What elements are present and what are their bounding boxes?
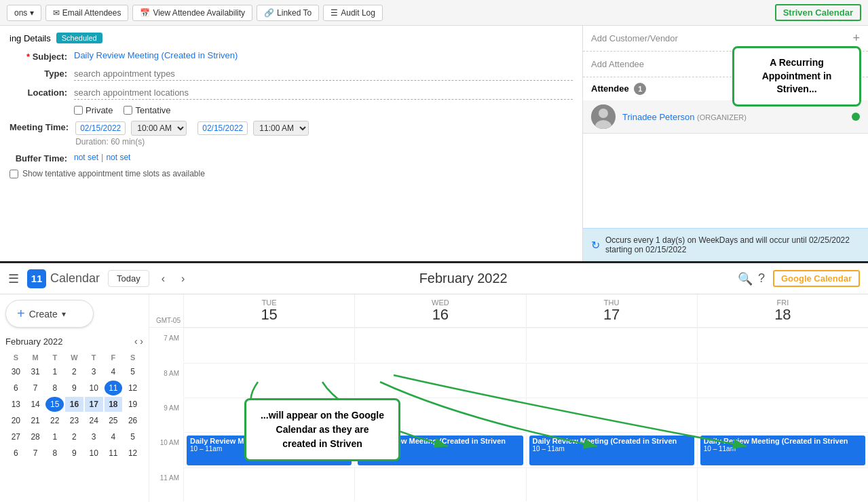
buffer-start-link[interactable]: not set xyxy=(74,153,98,162)
mini-cal-day[interactable]: 23 xyxy=(65,413,83,428)
callout-recurring: A Recurring Appointment in Striven... xyxy=(732,46,861,107)
start-time-select[interactable]: 10:00 AM xyxy=(131,121,187,136)
fri-9am xyxy=(697,398,868,431)
end-date[interactable]: 02/15/2022 xyxy=(197,121,248,135)
gcal-search-button[interactable]: 🔍 xyxy=(738,271,753,286)
mini-cal-prev[interactable]: ‹ xyxy=(134,336,138,347)
location-input-wrap[interactable] xyxy=(74,86,573,100)
audit-log-button[interactable]: ☰ Audit Log xyxy=(323,5,383,21)
mini-cal-day[interactable]: 18 xyxy=(105,397,123,412)
mini-cal-day[interactable]: 12 xyxy=(124,381,142,395)
mini-cal-day[interactable]: 27 xyxy=(7,429,25,444)
email-attendees-button[interactable]: ✉ Email Attendees xyxy=(45,5,129,21)
list-icon: ☰ xyxy=(331,8,338,18)
mini-cal-day[interactable]: 7 xyxy=(26,381,45,395)
mini-cal-day[interactable]: 25 xyxy=(105,413,123,428)
mini-cal-day[interactable]: 19 xyxy=(124,397,142,412)
tentative-checkbox-item[interactable]: Tentative xyxy=(124,105,170,115)
gcal-logo: 11 Calendar xyxy=(27,269,100,288)
mini-cal-day[interactable]: 4 xyxy=(105,429,123,444)
mini-cal-next[interactable]: › xyxy=(140,336,143,347)
mini-cal-day[interactable]: 21 xyxy=(26,413,45,428)
mini-cal-day[interactable]: 14 xyxy=(26,397,45,412)
gcal-prev-button[interactable]: ‹ xyxy=(157,270,169,288)
top-toolbar: ons ▾ ✉ Email Attendees 📅 View Attendee … xyxy=(0,0,868,26)
mini-cal-day[interactable]: 4 xyxy=(105,364,123,379)
mini-cal-day[interactable]: 5 xyxy=(124,364,142,379)
tentative-slots-checkbox[interactable] xyxy=(10,170,18,178)
mini-cal-grid: S M T W T F S 30311234567891011121314151… xyxy=(5,351,143,462)
mini-cal-day[interactable]: 13 xyxy=(7,397,25,412)
calendar-check-icon: 📅 xyxy=(140,8,150,18)
mini-cal-day[interactable]: 2 xyxy=(65,364,83,379)
mini-cal-title: February 2022 xyxy=(5,336,63,347)
location-input[interactable] xyxy=(74,86,573,100)
mini-cal-day[interactable]: 22 xyxy=(45,413,64,428)
actions-button[interactable]: ons ▾ xyxy=(7,5,41,21)
status-badge: Scheduled xyxy=(56,33,102,43)
gmt-label: GMT-05 xyxy=(149,294,183,327)
linked-to-button[interactable]: 🔗 Linked To xyxy=(257,5,319,21)
mini-cal-day[interactable]: 28 xyxy=(26,429,45,444)
type-input-wrap[interactable] xyxy=(74,67,573,81)
mini-cal-day[interactable]: 9 xyxy=(65,446,83,461)
tentative-checkbox[interactable] xyxy=(124,106,132,115)
mini-cal-day[interactable]: 2 xyxy=(65,429,83,444)
private-label: Private xyxy=(86,105,113,115)
mini-cal-day[interactable]: 15 xyxy=(45,397,64,412)
plus-icon: + xyxy=(17,306,25,322)
meeting-time-values: 02/15/2022 10:00 AM 02/15/2022 11:00 AM … xyxy=(75,121,573,147)
fri-event[interactable]: Daily Review Meeting (Created in Striven… xyxy=(700,436,865,465)
fri-10am[interactable]: Daily Review Meeting (Created in Striven… xyxy=(697,432,868,466)
mini-cal-day[interactable]: 11 xyxy=(105,446,123,461)
mini-cal-day[interactable]: 11 xyxy=(105,381,123,395)
buffer-end-link[interactable]: not set xyxy=(106,153,130,162)
attendee-name: Trinadee Peterson (ORGANIZER) xyxy=(622,112,747,122)
mini-cal-day[interactable]: 31 xyxy=(26,364,45,379)
private-checkbox[interactable] xyxy=(74,106,83,115)
mini-cal-day[interactable]: 10 xyxy=(85,446,103,461)
add-customer-icon[interactable]: + xyxy=(852,31,860,45)
subject-value: Daily Review Meeting (Created in Striven… xyxy=(74,50,573,60)
thu-10am[interactable]: Daily Review Meeting (Created in Striven… xyxy=(526,432,697,466)
gcal-today-button[interactable]: Today xyxy=(108,270,149,287)
meeting-time-label: Meeting Time: xyxy=(10,121,75,132)
mini-cal-day[interactable]: 16 xyxy=(65,397,83,412)
subject-row: * Subject: Daily Review Meeting (Created… xyxy=(10,50,573,62)
gcal-create-button[interactable]: + Create ▾ xyxy=(5,300,94,328)
private-checkbox-item[interactable]: Private xyxy=(74,105,113,115)
gcal-logo-box: 11 xyxy=(27,269,46,288)
meeting-details-panel: ing Details Scheduled * Subject: Daily R… xyxy=(0,26,583,261)
mini-cal-day[interactable]: 20 xyxy=(7,413,25,428)
mini-cal-day[interactable]: 6 xyxy=(7,446,25,461)
gcal-menu-button[interactable]: ☰ xyxy=(8,271,19,286)
gcal-next-button[interactable]: › xyxy=(177,270,189,288)
mini-cal-day[interactable]: 3 xyxy=(85,429,103,444)
gcal-col-headers: GMT-05 TUE 15 WED 16 THU 17 FRI 18 xyxy=(149,294,868,328)
attendee-status-dot xyxy=(852,113,860,121)
mini-cal-day[interactable]: 6 xyxy=(7,381,25,395)
mini-cal-day[interactable]: 24 xyxy=(85,413,103,428)
mini-cal-day[interactable]: 3 xyxy=(85,364,103,379)
gcal-col-wed: WED 16 xyxy=(354,294,525,327)
end-time-select[interactable]: 11:00 AM xyxy=(253,121,309,136)
mini-cal-day[interactable]: 1 xyxy=(45,429,64,444)
mini-cal-day[interactable]: 12 xyxy=(124,446,142,461)
mini-cal-day[interactable]: 10 xyxy=(85,381,103,395)
mini-cal-day[interactable]: 17 xyxy=(85,397,103,412)
mini-cal-day[interactable]: 9 xyxy=(65,381,83,395)
gcal-help-button[interactable]: ? xyxy=(758,271,765,286)
mini-cal-day[interactable]: 8 xyxy=(45,381,64,395)
mini-cal-day[interactable]: 26 xyxy=(124,413,142,428)
mini-cal-day[interactable]: 7 xyxy=(26,446,45,461)
buffer-sep: | xyxy=(101,152,103,162)
type-input[interactable] xyxy=(74,67,573,81)
mini-cal-day[interactable]: 30 xyxy=(7,364,25,379)
mini-cal-day[interactable]: 8 xyxy=(45,446,64,461)
mini-cal-day[interactable]: 5 xyxy=(124,429,142,444)
mini-cal-day[interactable]: 1 xyxy=(45,364,64,379)
start-date[interactable]: 02/15/2022 xyxy=(75,121,126,135)
view-availability-button[interactable]: 📅 View Attendee Availability xyxy=(132,5,252,21)
time-7am: 7 AM xyxy=(149,328,183,362)
thu-event[interactable]: Daily Review Meeting (Created in Striven… xyxy=(529,436,694,465)
